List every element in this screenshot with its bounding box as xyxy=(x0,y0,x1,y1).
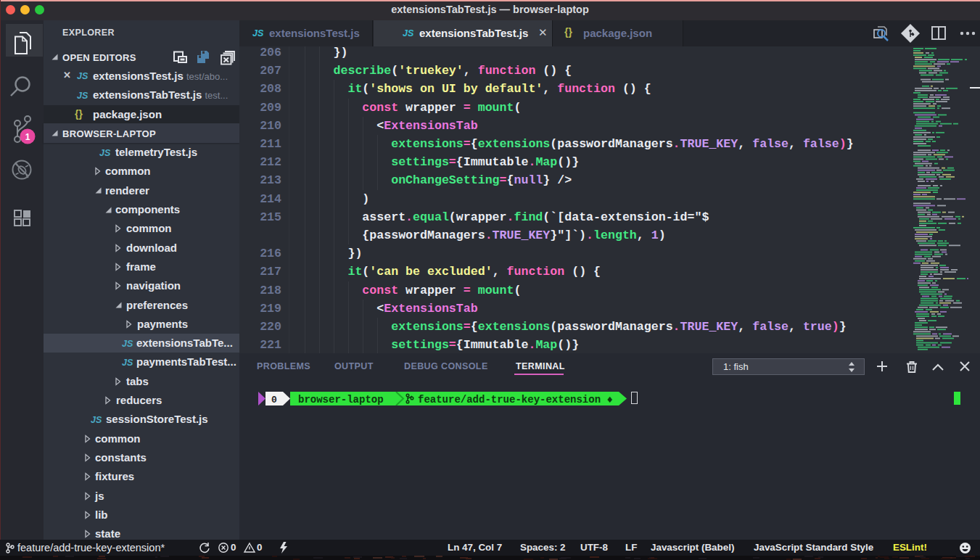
svg-text:browser-laptop: browser-laptop xyxy=(298,394,384,405)
svg-text:feature/add-true-key-extension: feature/add-true-key-extension ♦ xyxy=(418,394,613,405)
svg-text:0: 0 xyxy=(271,395,277,405)
svg-text:1: 1 xyxy=(25,132,30,142)
